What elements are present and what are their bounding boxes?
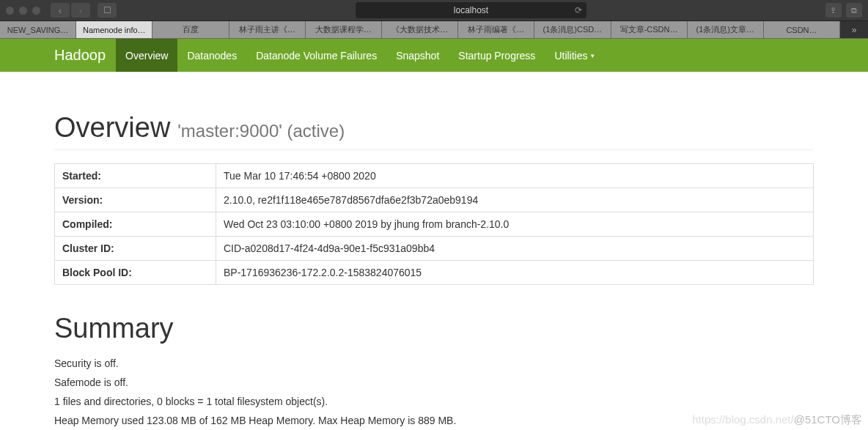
cell-label: Block Pool ID:: [55, 261, 216, 285]
forward-button[interactable]: ›: [71, 3, 90, 18]
table-row: Cluster ID: CID-a0208d17-4f24-4d9a-90e1-…: [55, 237, 814, 261]
url-text: localhost: [454, 5, 488, 15]
browser-tab[interactable]: 林子雨主讲《…: [229, 21, 306, 38]
content-area: Overview 'master:9000' (active) Started:…: [0, 112, 868, 426]
table-row: Block Pool ID: BP-1716936236-172.2.0.2-1…: [55, 261, 814, 285]
browser-tab[interactable]: 写文章-CSDN…: [611, 21, 688, 38]
maximize-window-icon[interactable]: [32, 7, 40, 15]
close-window-icon[interactable]: [6, 7, 14, 15]
nav-datanodes[interactable]: Datanodes: [177, 39, 246, 72]
browser-tab[interactable]: CSDN…: [764, 21, 840, 38]
cell-label: Version:: [55, 188, 216, 212]
cell-value: BP-1716936236-172.2.0.2-1583824076015: [216, 261, 814, 285]
watermark-faint: https://blog.csdn.net/: [692, 413, 793, 426]
table-row: Version: 2.10.0, re2f1f118e465e787d8567d…: [55, 188, 814, 212]
nav-overview[interactable]: Overview: [116, 39, 177, 72]
cell-label: Compiled:: [55, 212, 216, 237]
cell-value: Wed Oct 23 03:10:00 +0800 2019 by jhung …: [216, 212, 814, 237]
browser-tab[interactable]: 《大数据技术…: [382, 21, 458, 38]
sidebar-toggle-button[interactable]: ☐: [98, 3, 117, 18]
browser-tab[interactable]: NEW_SAVING…: [0, 21, 76, 38]
browser-tab[interactable]: Namenode info…: [76, 21, 152, 38]
url-bar[interactable]: localhost ⟳: [356, 2, 586, 18]
nav-startup-progress[interactable]: Startup Progress: [449, 39, 545, 72]
table-row: Compiled: Wed Oct 23 03:10:00 +0800 2019…: [55, 212, 814, 237]
tabs-icon[interactable]: ⧉: [846, 3, 862, 18]
nav-utilities-label: Utilities: [554, 50, 587, 62]
cell-label: Cluster ID:: [55, 237, 216, 261]
nav-snapshot[interactable]: Snapshot: [386, 39, 449, 72]
page-title: Overview: [54, 112, 170, 143]
summary-line: 1 files and directories, 0 blocks = 1 to…: [54, 396, 814, 407]
cell-value: 2.10.0, re2f1f118e465e787d8567dfa6e2f3b7…: [216, 188, 814, 212]
browser-tab[interactable]: 林子雨编著《…: [458, 21, 534, 38]
cell-label: Started:: [55, 164, 216, 188]
summary-line: Safemode is off.: [54, 377, 814, 388]
overview-table: Started: Tue Mar 10 17:46:54 +0800 2020 …: [54, 163, 814, 285]
nav-utilities[interactable]: Utilities ▾: [545, 39, 603, 72]
watermark-text: @51CTO博客: [794, 413, 862, 426]
browser-tab[interactable]: 百度: [152, 21, 229, 38]
table-row: Started: Tue Mar 10 17:46:54 +0800 2020: [55, 164, 814, 188]
cell-value: Tue Mar 10 17:46:54 +0800 2020: [216, 164, 814, 188]
browser-tab[interactable]: 大数据课程学…: [306, 21, 382, 38]
brand[interactable]: Hadoop: [54, 39, 116, 72]
window-controls: [6, 7, 40, 15]
chrome-right-actions: ⇪ ⧉: [825, 3, 862, 18]
page-header: Overview 'master:9000' (active): [54, 112, 814, 150]
minimize-window-icon[interactable]: [19, 7, 27, 15]
nav-buttons: ‹ ›: [51, 3, 90, 18]
summary-heading: Summary: [54, 313, 814, 344]
browser-tab[interactable]: (1条消息)CSD…: [534, 21, 611, 38]
watermark: https://blog.csdn.net/@51CTO博客: [692, 413, 862, 427]
page-subtitle: 'master:9000' (active): [177, 121, 345, 141]
reload-icon[interactable]: ⟳: [575, 5, 582, 15]
back-button[interactable]: ‹: [51, 3, 70, 18]
summary-line: Security is off.: [54, 357, 814, 369]
chevron-down-icon: ▾: [591, 52, 595, 59]
browser-tab[interactable]: (1条消息)文章…: [688, 21, 764, 38]
share-icon[interactable]: ⇪: [825, 3, 842, 18]
hadoop-navbar: Hadoop Overview Datanodes Datanode Volum…: [0, 39, 868, 72]
tab-strip: NEW_SAVING… Namenode info… 百度 林子雨主讲《… 大数…: [0, 21, 868, 39]
tab-overflow-button[interactable]: »: [840, 21, 868, 38]
cell-value: CID-a0208d17-4f24-4d9a-90e1-f5c931a09bb4: [216, 237, 814, 261]
nav-datanode-volume-failures[interactable]: Datanode Volume Failures: [246, 39, 386, 72]
browser-chrome: ‹ › ☐ localhost ⟳ ⇪ ⧉: [0, 0, 868, 21]
